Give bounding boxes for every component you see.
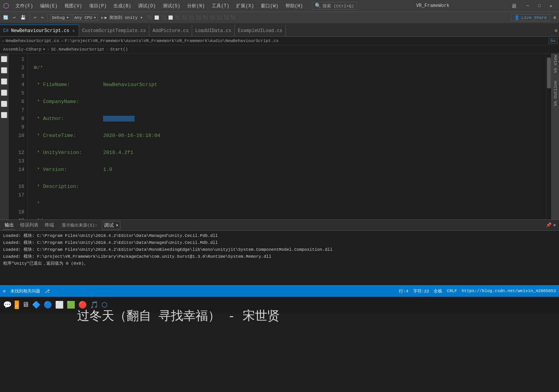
breadcrumb-namespace: SC.NewBehaviourScript: [51, 47, 105, 52]
taskbar-icon8[interactable]: 🔴: [78, 301, 87, 309]
activity-icon-6[interactable]: ⬜: [0, 111, 8, 119]
breadcrumb-dropdown-icon[interactable]: ▾: [43, 47, 46, 52]
close-button[interactable]: ✕: [546, 2, 556, 10]
path-full: F:\project\VR_FrameWork\Assets\VR_FrameW…: [65, 39, 279, 43]
breadcrumb-method: Start(): [110, 47, 128, 52]
live-share-button[interactable]: 👤 Live Share: [511, 14, 550, 21]
toolbar-misc-btns[interactable]: ⬛ ⬜ ⬛ ⬜ ⬛ ⬛ ⬛ ⬛ ⬛ ⬛ ⬛ ⬛ ⬛: [146, 15, 237, 21]
taskbar-icon7[interactable]: 🟩: [67, 301, 75, 309]
status-encoding: 全栈: [434, 288, 442, 294]
scrollbar[interactable]: [546, 54, 551, 220]
search-placeholder: 搜索 (Ctrl+Q): [323, 3, 354, 9]
scrollbar-thumb[interactable]: [547, 57, 551, 88]
taskbar-icon6[interactable]: ⬜: [55, 301, 64, 309]
undo-btn[interactable]: ↩: [32, 14, 38, 21]
tab-label: NewBehaviourScript.cs: [11, 28, 69, 34]
taskbar-wechat-icon[interactable]: 💬: [3, 301, 12, 309]
path-file[interactable]: NewBehaviourScript.cs: [6, 39, 59, 43]
settings-icon: ⚙: [553, 15, 556, 20]
menu-test[interactable]: 测试(S): [160, 2, 184, 10]
toolbar-sep2: [47, 14, 48, 22]
go-button[interactable]: Go: [549, 38, 557, 44]
va-view-label[interactable]: VA View: [553, 55, 558, 73]
tab-close-btn[interactable]: ✕: [72, 29, 76, 33]
tab-label: CustomScriptTemplate.cs: [82, 28, 146, 34]
title-controls: ─ □ ✕: [523, 2, 556, 10]
source-dropdown[interactable]: 调试 ▾: [102, 221, 120, 230]
tab-custom-script[interactable]: CustomScriptTemplate.cs: [79, 25, 150, 36]
cpu-chevron-icon: ▾: [94, 15, 96, 20]
close-panel-icon[interactable]: ✕: [553, 222, 556, 228]
breadcrumb-sep: ›: [47, 47, 50, 52]
taskbar-vs-icon[interactable]: ⬡: [101, 301, 108, 309]
menu-analyze[interactable]: 分析(N): [184, 2, 208, 10]
output-tab-bar: 输出 错误列表 终端 显示输出来源(S): 调试 ▾ 📌 ✕: [0, 220, 559, 231]
taskbar-icon5[interactable]: 🔵: [44, 301, 52, 309]
menu-build[interactable]: 生成(B): [110, 2, 134, 10]
menu-file[interactable]: 文件(F): [12, 2, 36, 10]
breadcrumb-sep2: ›: [106, 47, 109, 52]
taskbar-icon9[interactable]: 🎵: [90, 301, 98, 309]
misc-icons: ⬛ ⬜ ⬛ ⬜ ⬛ ⬛ ⬛ ⬛ ⬛ ⬛ ⬛ ⬛ ⬛: [147, 15, 235, 20]
activity-icon-4[interactable]: ⬜: [0, 89, 8, 97]
va-outline-label[interactable]: VA Outline: [553, 81, 558, 106]
toolbar-save-btn[interactable]: 💾: [19, 14, 27, 21]
menu-tools[interactable]: 工具(T): [209, 2, 233, 10]
tab-label: LoadUIData.cs: [195, 28, 231, 34]
menu-debug[interactable]: 调试(D): [135, 2, 159, 10]
live-share-icon: 👤: [514, 15, 520, 20]
branch-icon: ⎇: [45, 289, 50, 294]
activity-icon-1[interactable]: ⬜: [0, 55, 8, 63]
activity-icon-5[interactable]: ⬜: [0, 100, 8, 108]
settings-btn[interactable]: ⚙: [552, 14, 557, 21]
tab-example-ui-load[interactable]: ExampleUILoad.cs: [235, 25, 286, 36]
cs-file-icon: C#: [3, 28, 8, 34]
menu-help[interactable]: 帮助(H): [282, 2, 306, 10]
debug-chevron-icon: ▾: [66, 15, 69, 20]
taskbar-icon4[interactable]: 🔷: [32, 301, 41, 309]
forward-icon: ↩: [13, 15, 16, 20]
error-list-tab[interactable]: 错误列表: [19, 221, 40, 229]
add-to-unity-label: ▶ 附加到 Unity ▾: [105, 15, 143, 20]
tab-add-picture[interactable]: AddPicture.cs: [149, 25, 192, 36]
cpu-label: Any CPU: [74, 15, 92, 20]
minimize-button[interactable]: ─: [523, 2, 533, 10]
add-to-unity-btn[interactable]: ▶ ▶ 附加到 Unity ▾: [100, 14, 144, 21]
taskbar-icon2[interactable]: ☕: [15, 301, 19, 309]
code-area[interactable]: 1 2 3 4 5 6 7 8 9 10 12 13 14 16 17 18 1…: [8, 54, 551, 220]
tab-scroll-icon[interactable]: ⚙: [555, 28, 557, 34]
menu-window[interactable]: 窗口(W): [258, 2, 282, 10]
status-url: https://blog.csdn.net/weixin_42065653: [462, 289, 556, 293]
menu-project[interactable]: 项目(P): [86, 2, 110, 10]
pin-icon[interactable]: 📌: [546, 222, 552, 228]
activity-icon-2[interactable]: ⬜: [0, 66, 8, 74]
line-numbers: 1 2 3 4 5 6 7 8 9 10 12 13 14 16 17 18 1…: [8, 54, 28, 220]
maximize-button[interactable]: □: [534, 2, 544, 10]
status-line: 行:4: [399, 288, 408, 294]
menu-edit[interactable]: 编辑(E): [37, 2, 61, 10]
toolbar-fwd-btn[interactable]: ↩: [12, 14, 17, 21]
activity-icon-3[interactable]: ⬜: [0, 78, 8, 86]
menu-bar: 文件(F) 编辑(E) 视图(V) 项目(P) 生成(B) 调试(D) 测试(S…: [12, 2, 306, 10]
output-panel: 输出 错误列表 终端 显示输出来源(S): 调试 ▾ 📌 ✕ Loaded: 模…: [0, 220, 559, 285]
redo-btn[interactable]: ↪: [39, 14, 45, 21]
search-box[interactable]: 🔍 搜索 (Ctrl+Q): [312, 2, 356, 10]
menu-extensions[interactable]: 扩展(X): [233, 2, 257, 10]
status-char: 字符:22: [413, 288, 429, 294]
code-content[interactable]: ⊞/* * FileName: NewBehaviourScript * Com…: [28, 54, 546, 220]
play-icon: ▶: [101, 15, 104, 20]
terminal-tab[interactable]: 终端: [43, 221, 56, 229]
undo-icon: ↩: [34, 15, 37, 20]
output-tab[interactable]: 输出: [3, 221, 15, 230]
tab-new-behaviour[interactable]: C# NewBehaviourScript.cs ✕: [0, 25, 79, 36]
vs-logo-icon: ⬡: [3, 2, 9, 10]
tab-bar-end: ⚙: [553, 25, 559, 36]
debug-label: Debug: [52, 15, 65, 20]
taskbar-icon3[interactable]: 🖥: [22, 301, 29, 309]
menu-view[interactable]: 视图(V): [61, 2, 85, 10]
debug-dropdown[interactable]: Debug ▾: [50, 14, 71, 21]
toolbar-back-btn[interactable]: 🔄: [2, 14, 10, 21]
search-icon: 🔍: [315, 3, 321, 9]
cpu-dropdown[interactable]: Any CPU ▾: [73, 14, 98, 21]
tab-load-ui-data[interactable]: LoadUIData.cs: [192, 25, 235, 36]
